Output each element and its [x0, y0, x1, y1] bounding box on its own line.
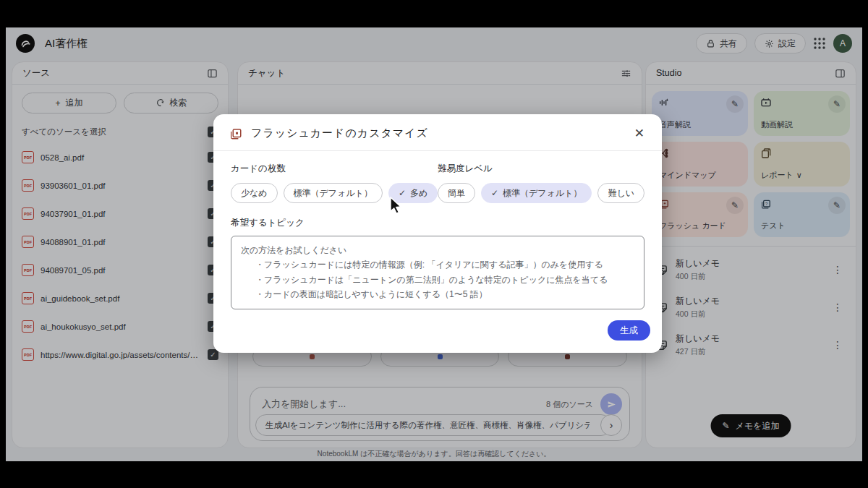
card-count-label: カードの枚数 — [231, 163, 438, 175]
chip-card-count-default[interactable]: 標準（デフォルト） — [284, 183, 383, 203]
chip-difficulty-easy[interactable]: 簡単 — [438, 183, 475, 203]
close-icon[interactable]: ✕ — [634, 127, 644, 140]
chip-card-count-high[interactable]: ✓ 多め — [388, 183, 438, 203]
difficulty-group: 難易度レベル 簡単 ✓ 標準（デフォルト） 難しい — [438, 163, 644, 203]
chip-difficulty-hard[interactable]: 難しい — [597, 183, 644, 203]
flashcard-customize-dialog: フラッシュカードのカスタマイズ ✕ カードの枚数 少なめ 標準（デフォルト） ✓… — [213, 114, 662, 353]
check-icon: ✓ — [491, 188, 498, 198]
check-icon: ✓ — [399, 188, 406, 198]
dialog-title: フラッシュカードのカスタマイズ — [251, 127, 626, 140]
chip-card-count-low[interactable]: 少なめ — [231, 183, 278, 203]
topic-textarea[interactable]: 次の方法をお試しください ・フラッシュカードには特定の情報源（例: 「イタリアに… — [231, 236, 644, 309]
topic-label: 希望するトピック — [231, 217, 644, 229]
chip-difficulty-default[interactable]: ✓ 標準（デフォルト） — [481, 183, 592, 203]
card-count-group: カードの枚数 少なめ 標準（デフォルト） ✓ 多め — [231, 163, 438, 203]
generate-button[interactable]: 生成 — [608, 320, 650, 341]
difficulty-label: 難易度レベル — [438, 163, 644, 175]
flashcards-icon — [229, 127, 242, 140]
